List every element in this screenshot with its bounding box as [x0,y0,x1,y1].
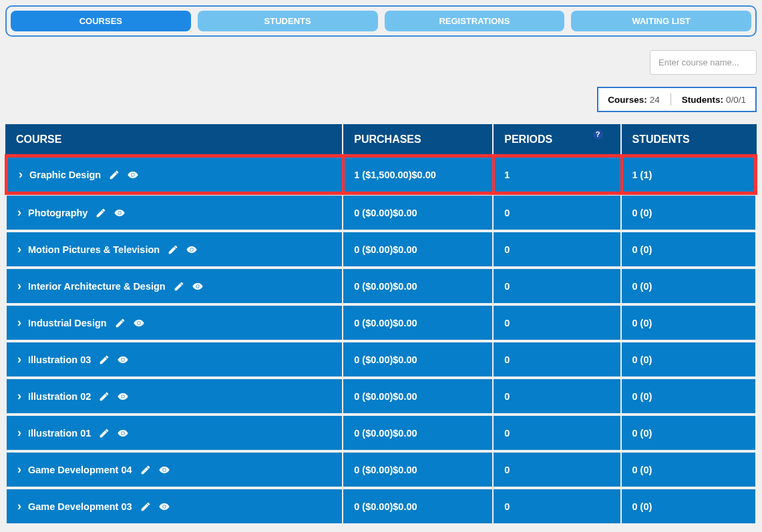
chevron-right-icon[interactable] [17,316,23,330]
eye-icon[interactable] [118,428,128,439]
eye-icon[interactable] [118,354,128,365]
cell-periods: 0 [494,488,621,525]
cell-course[interactable]: Game Development 04 [5,451,343,488]
cell-periods: 0 [494,268,621,304]
tab-waiting-list[interactable]: WAITING LIST [571,11,751,31]
course-name[interactable]: Illustration 03 [28,354,91,365]
cell-course[interactable]: Graphic Design [5,155,343,194]
chevron-right-icon[interactable] [17,426,23,440]
table-row[interactable]: Photography0 ($0.00)$0.0000 (0) [5,194,757,231]
periods-label: PERIODS [504,134,552,145]
cell-students: 0 (0) [622,415,757,451]
table-row[interactable]: Interior Architecture & Design0 ($0.00)$… [5,268,757,304]
eye-icon[interactable] [159,501,170,512]
chevron-right-icon[interactable] [17,206,23,220]
cell-course[interactable]: Game Development 03 [5,488,343,525]
stats-box: Courses:24 Students:0/0/1 [597,87,757,112]
cell-course[interactable]: Illustration 02 [5,378,343,415]
help-icon[interactable]: ? [593,129,603,140]
cell-purchases: 0 ($0.00)$0.00 [343,268,494,304]
edit-icon[interactable] [140,501,151,512]
cell-students: 0 (0) [622,341,757,378]
courses-label: Courses: [608,95,647,105]
table-row[interactable]: Game Development 040 ($0.00)$0.0000 (0) [5,451,757,488]
cell-periods: 0 [494,415,621,451]
cell-students: 0 (0) [622,378,757,415]
eye-icon[interactable] [128,170,138,180]
chevron-right-icon[interactable] [17,352,23,366]
cell-periods: 0 [494,341,621,378]
course-search-input[interactable] [650,50,757,75]
edit-icon[interactable] [109,170,120,180]
cell-periods: 0 [494,231,621,268]
eye-icon[interactable] [134,318,144,328]
edit-icon[interactable] [115,318,126,328]
edit-icon[interactable] [99,354,110,365]
col-header-periods[interactable]: PERIODS ? [494,124,621,155]
cell-course[interactable]: Illustration 03 [5,341,343,378]
cell-periods: 1 [494,155,621,194]
chevron-right-icon[interactable] [17,279,23,293]
search-row [5,50,757,75]
tab-students[interactable]: STUDENTS [198,11,378,31]
chevron-right-icon[interactable] [17,499,23,513]
cell-students: 1 (1) [622,155,757,194]
edit-icon[interactable] [99,391,110,402]
col-header-students[interactable]: STUDENTS [622,124,757,155]
courses-stat: Courses:24 [608,95,660,105]
eye-icon[interactable] [186,244,197,255]
course-name[interactable]: Graphic Design [29,170,101,180]
table-row[interactable]: Illustration 010 ($0.00)$0.0000 (0) [5,415,757,451]
col-header-course[interactable]: COURSE [5,124,343,155]
cell-purchases: 0 ($0.00)$0.00 [343,194,494,231]
cell-course[interactable]: Industrial Design [5,304,343,341]
course-name[interactable]: Illustration 01 [28,428,91,439]
edit-icon[interactable] [174,281,184,292]
tab-registrations[interactable]: REGISTRATIONS [385,11,565,31]
course-name[interactable]: Motion Pictures & Television [28,244,160,255]
course-name[interactable]: Game Development 04 [28,465,132,475]
chevron-right-icon[interactable] [17,242,23,256]
chevron-right-icon[interactable] [19,168,24,182]
cell-course[interactable]: Illustration 01 [5,415,343,451]
edit-icon[interactable] [99,428,110,439]
cell-purchases: 0 ($0.00)$0.00 [343,231,494,268]
cell-students: 0 (0) [622,488,757,525]
cell-course[interactable]: Photography [5,194,343,231]
course-name[interactable]: Photography [28,208,87,218]
course-name[interactable]: Game Development 03 [28,501,132,512]
table-row[interactable]: Industrial Design0 ($0.00)$0.0000 (0) [5,304,757,341]
students-value: 0/0/1 [726,95,746,105]
courses-value: 24 [650,95,660,105]
table-row[interactable]: Graphic Design1 ($1,500.00)$0.0011 (1) [5,155,757,194]
col-header-purchases[interactable]: PURCHASES [343,124,494,155]
cell-course[interactable]: Interior Architecture & Design [5,268,343,304]
table-row[interactable]: Game Development 030 ($0.00)$0.0000 (0) [5,488,757,525]
cell-periods: 0 [494,194,621,231]
chevron-right-icon[interactable] [17,463,23,477]
cell-students: 0 (0) [622,231,757,268]
course-name[interactable]: Illustration 02 [28,391,91,402]
eye-icon[interactable] [114,208,125,218]
page: COURSESSTUDENTSREGISTRATIONSWAITING LIST… [5,5,757,532]
eye-icon[interactable] [118,391,128,402]
chevron-right-icon[interactable] [17,389,23,403]
course-name[interactable]: Industrial Design [28,318,107,328]
table-row[interactable]: Illustration 020 ($0.00)$0.0000 (0) [5,378,757,415]
cell-students: 0 (0) [622,194,757,231]
table-row[interactable]: Motion Pictures & Television0 ($0.00)$0.… [5,231,757,268]
cell-purchases: 0 ($0.00)$0.00 [343,304,494,341]
cell-periods: 0 [494,304,621,341]
edit-icon[interactable] [96,208,106,218]
table-row[interactable]: Illustration 030 ($0.00)$0.0000 (0) [5,341,757,378]
tab-courses[interactable]: COURSES [11,11,191,31]
eye-icon[interactable] [192,281,203,292]
course-name[interactable]: Interior Architecture & Design [28,281,166,292]
edit-icon[interactable] [168,244,178,255]
edit-icon[interactable] [140,465,151,475]
students-stat: Students:0/0/1 [682,95,746,105]
courses-table: COURSE PURCHASES PERIODS ? STUDENTS Grap… [5,124,757,525]
eye-icon[interactable] [159,465,170,475]
cell-course[interactable]: Motion Pictures & Television [5,231,343,268]
cell-purchases: 0 ($0.00)$0.00 [343,415,494,451]
